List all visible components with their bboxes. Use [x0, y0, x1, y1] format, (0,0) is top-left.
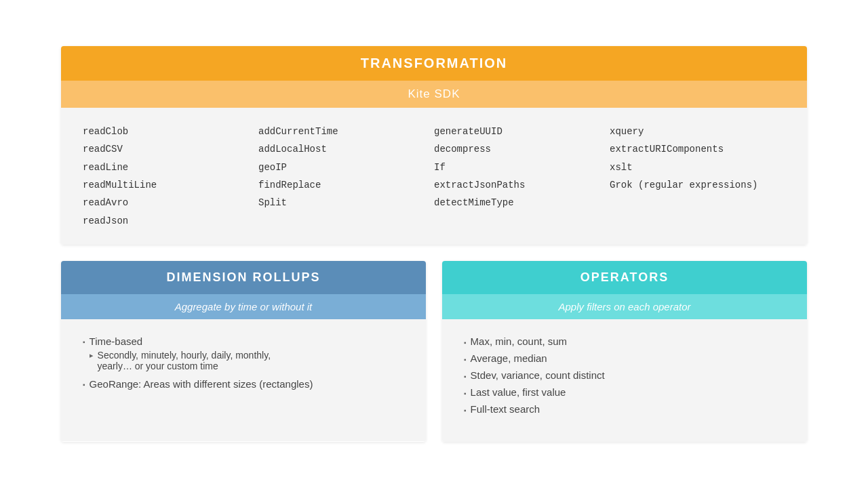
trans-item: Split: [258, 195, 434, 210]
trans-item: extractJsonPaths: [434, 178, 610, 192]
trans-item: geoIP: [258, 160, 434, 175]
trans-item: findReplace: [258, 178, 434, 192]
transformation-block: TRANSFORMATION Kite SDK readClobreadCSVr…: [61, 46, 807, 245]
list-item: Last value, first value: [464, 386, 785, 398]
trans-item: readClob: [83, 124, 258, 139]
trans-col-4: xqueryextractURIComponentsxsltGrok (regu…: [610, 124, 785, 228]
operators-block: OPERATORS Apply filters on each operator…: [442, 261, 807, 442]
list-item: Full-text search: [464, 403, 785, 415]
operators-header: OPERATORS: [442, 261, 807, 294]
trans-item: readJson: [83, 214, 258, 228]
trans-col-3: generateUUIDdecompressIfextractJsonPaths…: [434, 124, 610, 228]
dimension-rollups-body: Time-based Secondly, minutely, hourly, d…: [61, 319, 426, 441]
operators-body: Max, min, count, sum Average, median Std…: [442, 319, 807, 442]
trans-item: xquery: [610, 124, 785, 139]
dimension-rollups-subheader: Aggregate by time or without it: [61, 294, 426, 319]
transformation-body: readClobreadCSVreadLinereadMultiLineread…: [61, 108, 807, 245]
trans-item: generateUUID: [434, 124, 610, 139]
list-item: Time-based Secondly, minutely, hourly, d…: [83, 336, 404, 374]
list-item: Average, median: [464, 352, 785, 364]
slide: TRANSFORMATION Kite SDK readClobreadCSVr…: [61, 46, 807, 442]
trans-col-2: addCurrentTimeaddLocalHostgeoIPfindRepla…: [258, 124, 434, 228]
trans-item: addLocalHost: [258, 142, 434, 157]
kite-sdk-header: Kite SDK: [61, 81, 807, 108]
trans-item: extractURIComponents: [610, 142, 785, 157]
operators-list: Max, min, count, sum Average, median Std…: [464, 336, 785, 415]
list-item: Stdev, variance, count distinct: [464, 369, 785, 381]
trans-item: detectMimeType: [434, 195, 610, 210]
trans-item: If: [434, 160, 610, 175]
sub-list-item: Secondly, minutely, hourly, daily, month…: [90, 350, 271, 371]
transformation-header: TRANSFORMATION: [61, 46, 807, 81]
trans-col-1: readClobreadCSVreadLinereadMultiLineread…: [83, 124, 258, 228]
trans-item: readAvro: [83, 195, 258, 210]
operators-subheader: Apply filters on each operator: [442, 294, 807, 319]
list-item-text: Time-based: [90, 336, 143, 347]
dimension-rollups-block: DIMENSION ROLLUPS Aggregate by time or w…: [61, 261, 426, 442]
list-item-text: GeoRange: Areas with different sizes (re…: [90, 378, 313, 390]
list-item: GeoRange: Areas with different sizes (re…: [83, 378, 404, 390]
trans-item: readCSV: [83, 142, 258, 157]
trans-item: Grok (regular expressions): [610, 178, 785, 192]
sub-list: Secondly, minutely, hourly, daily, month…: [90, 350, 271, 371]
trans-item: readLine: [83, 160, 258, 175]
trans-item: decompress: [434, 142, 610, 157]
trans-item: readMultiLine: [83, 178, 258, 192]
dimension-rollups-header: DIMENSION ROLLUPS: [61, 261, 426, 294]
trans-item: addCurrentTime: [258, 124, 434, 139]
list-item: Max, min, count, sum: [464, 336, 785, 347]
dimension-rollups-list: Time-based Secondly, minutely, hourly, d…: [83, 336, 404, 390]
trans-item: xslt: [610, 160, 785, 175]
bottom-row: DIMENSION ROLLUPS Aggregate by time or w…: [61, 261, 807, 442]
